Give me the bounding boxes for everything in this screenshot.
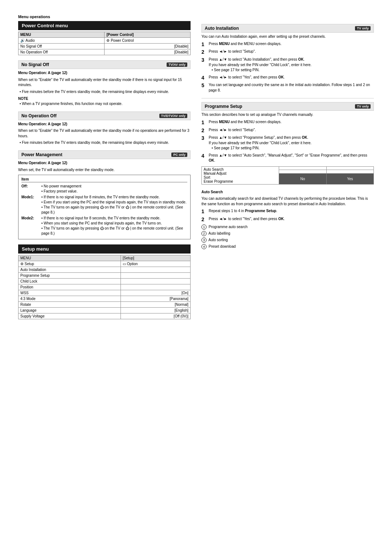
prog-table-empty4 [326,170,373,173]
menu-header-menu: MENU [19,32,105,38]
power-management-title: Power Management PC only [18,150,191,159]
menu-header-powercontrol: [Power Control] [105,32,191,38]
auto-install-desc: You can run Auto Installation again, eve… [201,34,374,40]
power-control-title: Power Control menu [18,21,191,30]
step-1-num: 1 [201,41,209,48]
prog-step-2-num: 2 [201,127,209,134]
no-signal-note: NOTE When a TV programme finishes, this … [18,97,191,106]
mode1-item: Mode1: • If there is no signal input for… [21,195,187,215]
power-management-badge: PC only [171,153,187,157]
auto-installation-section: Auto Installation TV only You can run Au… [201,24,374,93]
menu-powercontrol-val: ⚙ Power Control [105,38,191,44]
step-2-num: 2 [201,49,209,55]
setup-col1: ⚙ Setup [19,261,121,267]
setup-row-43mode: 4:3 Mode [19,296,121,302]
prog-step-1-text: Press MENU and the MENU screen displays. [209,119,374,126]
menu-nooperation: No Operation Off [19,49,105,55]
setup-menu-section: Setup menu MENU [Setup] ⚙ Setup ▭ Option… [18,244,191,319]
prog-step-4-num: 4 [201,153,209,163]
auto-search-steps: 1 Repeat steps 1 to 4 in Programme Setup… [201,208,374,223]
no-signal-off-section: No Signal Off TV/AV only Menu Operation:… [18,60,191,106]
step-2: 2 Press ◄/► to select "Setup". [201,49,374,55]
mode2-item: Mode2: • If there is no signal input for… [21,216,187,236]
setup-row-rotate: Rotate [19,302,121,308]
menu-nosignal: No Signal Off [19,44,105,49]
auto-search-section: Auto Search You can automatically search… [201,190,374,249]
auto-step-2-text: Press ◄/► to select "Yes", and then pres… [209,216,374,223]
setup-row-progsetup: Programme Setup [19,273,121,279]
auto-search-title: Auto Search [201,190,374,195]
step-1-text: Press MENU and the MENU screen displays. [209,41,374,48]
step-5-num: 5 [201,82,209,93]
prog-table-items: Auto Search Manual Adjust Sort Erase Pro… [202,166,279,184]
prog-step-4: 4 Press ▲/▼ to select "Auto Search", "Ma… [201,153,374,163]
setup-header-setup: [Setup] [121,255,191,261]
auto-search-sub-1: 1 Programme auto search [201,224,374,230]
prog-step-2-text: Press ◄/► to select "Setup". [209,127,374,134]
setup-row-language: Language [19,308,121,313]
no-signal-off-title: No Signal Off TV/AV only [18,60,191,69]
step-5: 5 You can set language and country the s… [201,82,374,93]
power-control-table: MENU [Power Control] 🔊 Audio ⚙ Power Con… [18,32,191,55]
setup-row-position: Position [19,284,121,290]
step-4-text: Press ◄/► to select "Yes", and then pres… [209,75,374,81]
step-2-text: Press ◄/► to select "Setup". [209,49,374,55]
mode1-desc: • If there is no signal input for 8 minu… [41,195,187,215]
power-management-menuop: Menu Operation: A (page 12) [18,161,191,166]
setup-language-val: [English] [121,308,191,313]
divider-1 [201,98,374,98]
circle-4: 4 [201,244,207,249]
setup-43mode-val: [Panorama] [121,296,191,302]
setup-wss-val: [On] [121,290,191,296]
step-3-num: 3 [201,57,209,73]
off-label: Off: [21,184,41,194]
circle-3: 3 [201,238,207,243]
menu-audio: 🔊 Audio [19,38,105,44]
prog-btn-no[interactable]: No [279,173,326,184]
no-operation-badge: TV/DTV/AV only [159,114,187,118]
auto-search-sub-2: 2 Auto labelling [201,231,374,236]
item-box-title: Item [21,177,187,182]
no-signal-bullet1: Five minutes before the TV enters standb… [18,89,191,94]
power-management-section: Power Management PC only Menu Operation:… [18,150,191,239]
programme-setup-title: Programme Setup TV only [201,102,374,111]
auto-install-badge: TV only [355,26,371,31]
step-4-num: 4 [201,75,209,81]
prog-btn-yes[interactable]: Yes [326,173,373,184]
mode2-desc: • If there is no signal input for 8 seco… [41,216,187,236]
step-3: 3 Press ▲/▼ to select "Auto Installation… [201,57,374,73]
page-wrapper: Menu operations Power Control menu MENU … [18,15,374,555]
power-management-desc: When set, the TV will automatically ente… [18,167,191,173]
prog-step-1: 1 Press MENU and the MENU screen display… [201,119,374,126]
auto-step-1-num: 1 [201,208,209,215]
setup-header-menu: MENU [19,255,121,261]
step-3-text: Press ▲/▼ to select "Auto Installation",… [209,57,374,73]
prog-step-3-num: 3 [201,135,209,151]
step-1: 1 Press MENU and the MENU screen display… [201,41,374,48]
left-column: Power Control menu MENU [Power Control] … [18,21,191,324]
menu-operations-title: Menu operations [18,15,374,19]
setup-row-supply: Supply Voltage [19,313,121,319]
page-content: Power Control menu MENU [Power Control] … [18,21,374,324]
power-control-menu-section: Power Control menu MENU [Power Control] … [18,21,191,55]
setup-row-autoinstall: Auto Installation [19,267,121,273]
no-signal-badge: TV/AV only [167,62,187,67]
programme-setup-steps: 1 Press MENU and the MENU screen display… [201,119,374,163]
step-5-text: You can set language and country the sam… [209,82,374,93]
setup-menu-title: Setup menu [18,244,191,254]
setup-row-childlock: Child Lock [19,279,121,284]
auto-search-desc: You can automatically search for and dow… [201,196,374,207]
mode1-label: Mode1: [21,195,41,215]
auto-search-sub-4: 4 Preset download [201,244,374,249]
prog-setup-table: Auto Search Manual Adjust Sort Erase Pro… [201,166,374,185]
no-operation-bullet1: Five minutes before the TV enters standb… [18,140,191,145]
prog-step-2: 2 Press ◄/► to select "Setup". [201,127,374,134]
auto-search-sub-3: 3 Auto sorting [201,238,374,243]
off-desc: • No power management • Factory preset v… [41,184,187,194]
setup-menu-table: MENU [Setup] ⚙ Setup ▭ Option Auto Insta… [18,255,191,319]
setup-supply-val: [Off (0V)] [121,313,191,319]
prog-step-4-text: Press ▲/▼ to select "Auto Search", "Manu… [209,153,374,163]
note-bullet: When a TV programme finishes, this funct… [18,101,191,106]
prog-step-3-text: Press ▲/▼ to select "Programme Setup", a… [209,135,374,151]
programme-setup-desc: This section describes how to set up ana… [201,112,374,118]
